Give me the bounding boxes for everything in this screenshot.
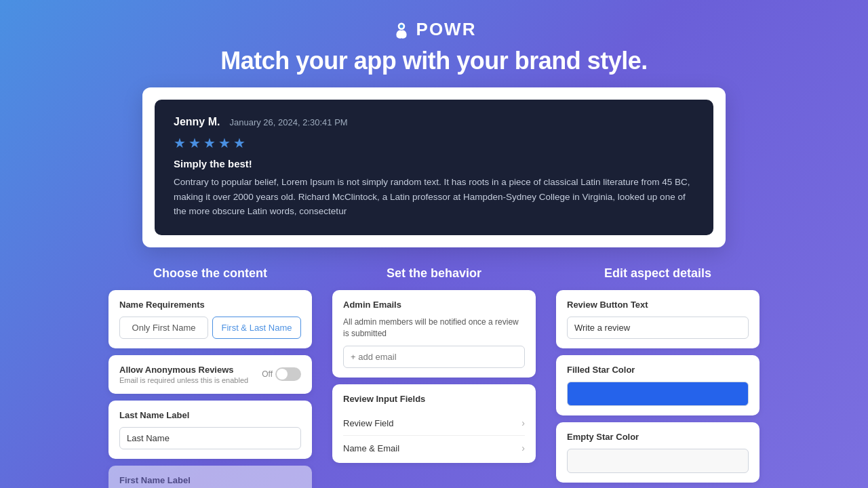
empty-star-color-label: Empty Star Color <box>567 432 749 442</box>
preview-container: Jenny M. January 26, 2024, 2:30:41 PM ★ … <box>142 87 726 247</box>
last-name-label-card: Last Name Label <box>108 401 312 459</box>
toggle-knob <box>277 369 288 380</box>
behavior-column-title: Set the behavior <box>332 266 536 281</box>
star-4: ★ <box>218 135 231 151</box>
empty-star-color-picker[interactable] <box>567 449 749 473</box>
review-input-fields-label: Review Input Fields <box>343 394 525 404</box>
name-email-chevron-icon: › <box>521 443 525 453</box>
star-1: ★ <box>174 135 186 151</box>
filled-star-color-label: Filled Star Color <box>567 365 749 375</box>
admin-emails-label: Admin Emails <box>343 300 525 310</box>
review-button-text-label: Review Button Text <box>567 300 749 310</box>
content-column: Choose the content Name Requirements Onl… <box>108 266 312 488</box>
admin-emails-description: All admin members will be notified once … <box>343 317 525 340</box>
review-field-row[interactable]: Review Field › <box>343 411 525 436</box>
last-name-label-title: Last Name Label <box>119 410 301 420</box>
name-requirements-label: Name Requirements <box>119 300 301 310</box>
reviewer-name: Jenny M. <box>174 116 220 128</box>
page-header: POWR Match your app with your brand styl… <box>0 0 868 87</box>
first-name-label-card: First Name Label <box>108 466 312 488</box>
first-name-label-title: First Name Label <box>119 475 301 485</box>
review-field-label: Review Field <box>343 418 393 428</box>
filled-star-color-picker[interactable] <box>567 382 749 406</box>
last-name-input[interactable] <box>119 427 301 449</box>
logo-container: POWR <box>0 19 868 40</box>
review-header: Jenny M. January 26, 2024, 2:30:41 PM <box>174 116 694 128</box>
only-first-name-button[interactable]: Only First Name <box>119 317 208 339</box>
empty-star-color-card: Empty Star Color <box>556 422 760 483</box>
svg-point-1 <box>399 24 403 28</box>
review-card: Jenny M. January 26, 2024, 2:30:41 PM ★ … <box>155 100 713 235</box>
review-date: January 26, 2024, 2:30:41 PM <box>229 117 347 127</box>
anonymous-reviews-sublabel: Email is required unless this is enabled <box>119 376 248 384</box>
add-email-input[interactable] <box>343 346 525 368</box>
content-column-title: Choose the content <box>108 266 312 281</box>
anonymous-reviews-text: Allow Anonymous Reviews Email is require… <box>119 365 248 384</box>
anonymous-reviews-row: Allow Anonymous Reviews Email is require… <box>119 365 301 384</box>
powr-logo-icon <box>392 20 411 39</box>
review-button-text-card: Review Button Text <box>556 290 760 348</box>
star-rating: ★ ★ ★ ★ ★ <box>174 135 694 151</box>
star-2: ★ <box>189 135 201 151</box>
page-title: Match your app with your brand style. <box>0 47 868 75</box>
star-5: ★ <box>233 135 245 151</box>
aspect-column-title: Edit aspect details <box>556 266 760 281</box>
first-last-name-button[interactable]: First & Last Name <box>212 317 301 339</box>
name-requirements-card: Name Requirements Only First Name First … <box>108 290 312 348</box>
name-requirements-buttons: Only First Name First & Last Name <box>119 317 301 339</box>
review-input-fields-card: Review Input Fields Review Field › Name … <box>332 384 536 463</box>
bottom-section: Choose the content Name Requirements Onl… <box>0 247 868 488</box>
aspect-column: Edit aspect details Review Button Text F… <box>556 266 760 488</box>
admin-emails-card: Admin Emails All admin members will be n… <box>332 290 536 378</box>
name-email-field-label: Name & Email <box>343 443 399 453</box>
review-button-text-input[interactable] <box>567 317 749 339</box>
toggle-off-label: Off <box>262 369 273 379</box>
name-email-field-row[interactable]: Name & Email › <box>343 436 525 453</box>
review-title: Simply the best! <box>174 158 694 169</box>
logo-text: POWR <box>416 19 477 40</box>
filled-star-color-card: Filled Star Color <box>556 355 760 415</box>
anonymous-toggle-switch[interactable] <box>275 367 301 381</box>
review-body: Contrary to popular belief, Lorem Ipsum … <box>174 175 694 219</box>
star-3: ★ <box>203 135 216 151</box>
review-field-chevron-icon: › <box>521 418 525 428</box>
anonymous-reviews-label: Allow Anonymous Reviews <box>119 365 248 375</box>
anonymous-reviews-card: Allow Anonymous Reviews Email is require… <box>108 355 312 394</box>
behavior-column: Set the behavior Admin Emails All admin … <box>332 266 536 488</box>
toggle-switch-container[interactable]: Off <box>262 367 301 381</box>
